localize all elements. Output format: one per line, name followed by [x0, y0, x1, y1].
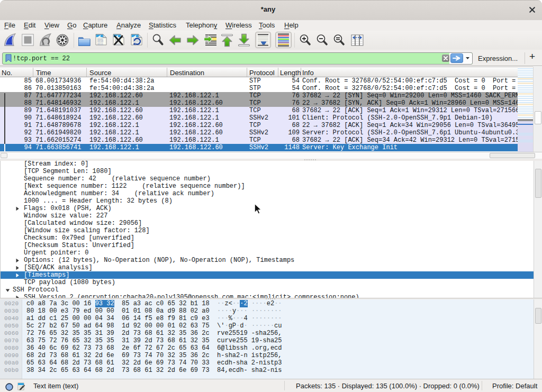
svg-text:0111: 0111 — [97, 43, 103, 45]
